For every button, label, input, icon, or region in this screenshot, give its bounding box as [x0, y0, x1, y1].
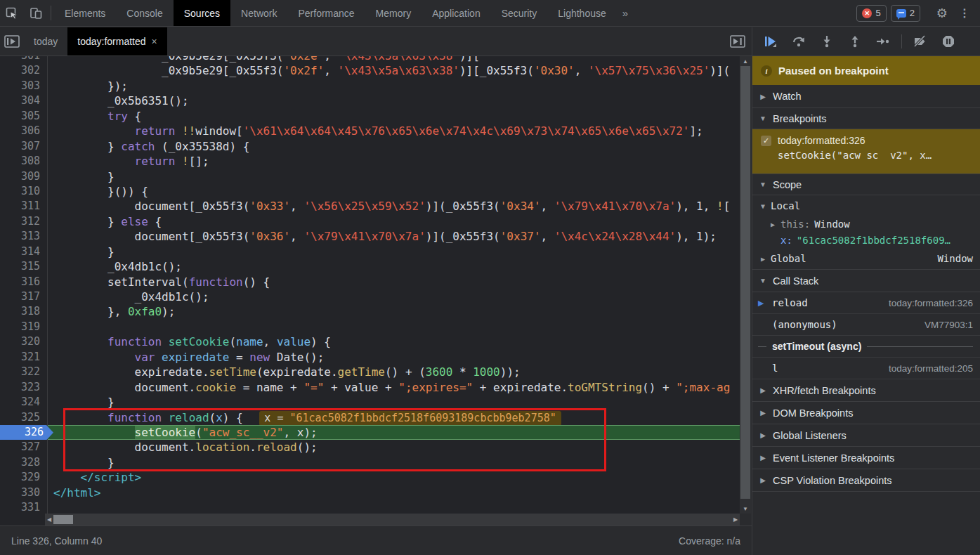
scroll-down-icon[interactable]: ▼ [740, 504, 751, 514]
chevron-right-icon[interactable]: ▶ [759, 454, 766, 462]
line-number[interactable]: 331 [0, 500, 48, 514]
code-text[interactable]: }); [48, 79, 740, 93]
line-number[interactable]: 303 [0, 79, 48, 93]
code-text[interactable]: setCookie("acw_sc__v2", x); [48, 425, 740, 440]
device-toolbar-icon[interactable] [24, 0, 48, 26]
line-number[interactable]: 326 [0, 425, 48, 440]
tab-performance[interactable]: Performance [287, 0, 365, 26]
chevron-right-icon[interactable]: ▶ [759, 93, 766, 100]
code-text[interactable]: return ![]; [48, 154, 740, 169]
line-number[interactable]: 305 [0, 109, 48, 124]
scope-this[interactable]: ▶ this: Window [752, 216, 980, 232]
line-number[interactable]: 328 [0, 455, 48, 470]
line-number[interactable]: 315 [0, 259, 48, 274]
chevron-down-icon[interactable]: ▼ [759, 181, 766, 188]
file-tab-today-formatted[interactable]: today:formatted× [67, 27, 166, 56]
section-call-stack[interactable]: ▼ Call Stack [752, 270, 980, 292]
code-text[interactable]: document.location.reload(); [48, 440, 740, 455]
chevron-right-icon[interactable]: ▶ [759, 255, 766, 263]
line-number[interactable]: 313 [0, 229, 48, 244]
code-text[interactable]: } [48, 244, 740, 259]
code-text[interactable]: expiredate.setTime(expiredate.getTime() … [48, 365, 740, 379]
line-number[interactable]: 308 [0, 154, 48, 169]
scroll-right-icon[interactable]: ▶ [731, 514, 740, 525]
code-text[interactable]: function reload(x) { x = "61cac5082f1bbd… [48, 410, 740, 425]
chevron-right-icon[interactable]: ▶ [759, 431, 766, 439]
line-number[interactable]: 327 [0, 440, 48, 455]
call-stack-frame[interactable]: (anonymous)VM77903:1 [752, 314, 980, 336]
code-text[interactable]: } [48, 395, 740, 410]
code-text[interactable]: var expiredate = new Date(); [48, 350, 740, 365]
line-number[interactable]: 325 [0, 410, 48, 425]
close-icon[interactable]: × [152, 36, 157, 47]
code-text[interactable]: } [48, 455, 740, 470]
code-text[interactable]: document[_0x55f3('0x36', '\x79\x41\x70\x… [48, 229, 740, 244]
code-text[interactable]: } catch (_0x35538d) { [48, 139, 740, 154]
line-number[interactable]: 312 [0, 214, 48, 229]
chevron-down-icon[interactable]: ▼ [759, 277, 766, 285]
file-tab-today[interactable]: today [24, 27, 67, 56]
tab-network[interactable]: Network [230, 0, 287, 26]
line-number[interactable]: 330 [0, 485, 48, 500]
scope-global[interactable]: ▶ Global Window [752, 248, 980, 270]
tab-application[interactable]: Application [422, 0, 491, 26]
section-event-listener-breakpoints[interactable]: ▶Event Listener Breakpoints [752, 447, 980, 469]
code-text[interactable]: } else { [48, 214, 740, 229]
horizontal-scrollbar[interactable]: ◀ ▶ [45, 514, 740, 525]
line-number[interactable]: 319 [0, 320, 48, 334]
chevron-right-icon[interactable]: ▶ [769, 221, 776, 228]
show-navigator-icon[interactable] [0, 27, 24, 56]
scope-local[interactable]: ▼ Local [752, 195, 980, 216]
scope-x[interactable]: x: "61cac5082f1bbdcf2518f609… [752, 232, 980, 248]
code-text[interactable]: return !!window['\x61\x64\x64\x45\x76\x6… [48, 124, 740, 138]
line-number[interactable]: 316 [0, 275, 48, 289]
call-stack-frame[interactable]: ▶reloadtoday:formatted:326 [752, 292, 980, 314]
tab-memory[interactable]: Memory [365, 0, 422, 26]
line-number[interactable]: 329 [0, 470, 48, 485]
code-text[interactable]: setInterval(function() { [48, 275, 740, 289]
code-text[interactable]: _0x9b5e29[_0x55f3('0x2f', '\x43\x5a\x63\… [48, 63, 740, 78]
line-number[interactable]: 310 [0, 184, 48, 199]
section-breakpoints[interactable]: ▼ Breakpoints [752, 108, 980, 129]
code-text[interactable] [48, 320, 740, 334]
code-text[interactable]: try { [48, 109, 740, 124]
code-text[interactable]: document.cookie = name + "=" + value + "… [48, 380, 740, 395]
code-editor[interactable]: 301_0x9b5e29[_0x55f3('0x2e', '\x43\x5a\x… [0, 56, 751, 514]
chevron-right-icon[interactable]: ▶ [759, 476, 766, 484]
code-text[interactable]: document[_0x55f3('0x33', '\x56\x25\x59\x… [48, 199, 740, 214]
more-tabs-chevron-icon[interactable]: » [617, 0, 634, 26]
settings-gear-icon[interactable]: ⚙ [931, 6, 953, 21]
chevron-down-icon[interactable]: ▼ [759, 202, 766, 210]
step-icon[interactable] [869, 31, 897, 52]
tab-console[interactable]: Console [116, 0, 173, 26]
tab-sources[interactable]: Sources [174, 0, 230, 26]
code-text[interactable]: _0x4db1c(); [48, 259, 740, 274]
line-number[interactable]: 302 [0, 63, 48, 78]
line-number[interactable]: 321 [0, 350, 48, 365]
resume-script-icon[interactable] [757, 31, 785, 52]
deactivate-breakpoints-icon[interactable] [906, 31, 934, 52]
scroll-up-icon[interactable]: ▲ [740, 56, 751, 66]
section-xhr-fetch-breakpoints[interactable]: ▶XHR/fetch Breakpoints [752, 379, 980, 402]
chevron-right-icon[interactable]: ▶ [759, 409, 766, 417]
line-number[interactable]: 309 [0, 169, 48, 184]
tab-security[interactable]: Security [491, 0, 548, 26]
line-number[interactable]: 323 [0, 380, 48, 395]
line-number[interactable]: 324 [0, 395, 48, 410]
horizontal-scrollbar-thumb[interactable] [53, 515, 73, 524]
step-out-icon[interactable] [841, 31, 869, 52]
section-global-listeners[interactable]: ▶Global Listeners [752, 424, 980, 447]
line-number[interactable]: 304 [0, 93, 48, 108]
issues-count-badge[interactable]: 2 [891, 5, 920, 22]
code-text[interactable] [48, 500, 740, 514]
line-number[interactable]: 322 [0, 365, 48, 379]
line-number[interactable]: 320 [0, 334, 48, 349]
code-text[interactable]: </script> [48, 470, 740, 485]
vertical-scrollbar-thumb[interactable] [740, 66, 750, 499]
error-count-badge[interactable]: ✕ 5 [856, 5, 886, 22]
code-text[interactable]: </html> [48, 485, 740, 500]
code-text[interactable]: _0x4db1c(); [48, 289, 740, 304]
line-number[interactable]: 301 [0, 56, 48, 63]
line-number[interactable]: 314 [0, 244, 48, 259]
code-text[interactable]: function setCookie(name, value) { [48, 334, 740, 349]
